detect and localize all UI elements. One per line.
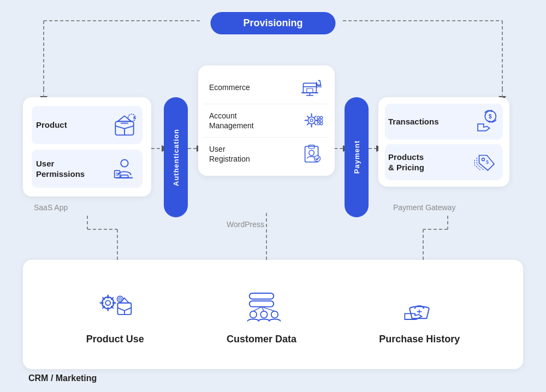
provisioning-label: Provisioning [243,17,302,28]
svg-rect-51 [321,120,323,122]
svg-point-65 [105,300,110,305]
svg-rect-49 [321,116,323,118]
auth-bar: Authentication [164,97,188,217]
svg-point-70 [118,298,121,300]
svg-rect-52 [317,123,319,125]
account-mgmt-label: AccountManagement [209,111,254,130]
permissions-icon [111,155,138,182]
payment-bar: Payment [345,97,369,217]
svg-rect-38 [303,83,316,93]
svg-rect-72 [250,301,274,307]
diagram-wrapper: Provisioning Product UserPermissions [0,0,546,392]
customer-data-icon [240,284,283,328]
saas-box: Product UserPermissions [23,97,151,197]
svg-point-32 [121,159,128,167]
svg-marker-28 [118,116,132,121]
svg-point-75 [271,311,278,317]
auth-label: Authentication [172,129,180,186]
svg-line-76 [253,306,262,311]
product-label: Product [36,120,67,130]
product-use-label: Product Use [86,334,144,345]
pricing-item: Products& Pricing $ [385,144,503,180]
registration-icon [300,142,324,166]
svg-point-62 [482,158,485,161]
account-mgmt-icon [300,109,324,133]
ecommerce-label: Ecommerce [209,82,250,92]
account-mgmt-item: AccountManagement [204,104,329,138]
customer-data-item: Customer Data [227,284,296,345]
svg-point-74 [260,311,267,317]
svg-text:$: $ [489,114,492,120]
permissions-item: UserPermissions [32,150,143,188]
wordpress-box: Ecommerce AccountManagement [198,66,335,176]
gateway-box: Transactions $ Products& Pricing [378,97,509,187]
payment-label: Payment [353,140,361,174]
transactions-label: Transactions [388,116,439,127]
product-use-item: Product Use [86,284,144,345]
pricing-label: Products& Pricing [388,152,424,173]
crm-label: CRM / Marketing [28,373,97,383]
permissions-label: UserPermissions [36,158,85,180]
user-reg-label: UserRegistration [209,144,250,164]
purchase-history-icon [397,284,441,328]
svg-point-56 [309,150,314,156]
svg-rect-48 [317,116,319,118]
svg-rect-71 [250,293,274,299]
wordpress-label: WordPress [227,220,264,229]
svg-rect-35 [115,170,120,177]
svg-point-44 [317,85,318,87]
pricing-icon: $ [472,149,500,176]
svg-point-47 [310,119,313,122]
svg-point-69 [117,296,123,302]
purchase-history-label: Purchase History [379,334,460,345]
saas-label: SaaS App [34,203,68,212]
transactions-item: Transactions $ [385,104,503,140]
svg-point-57 [314,156,320,162]
customer-data-label: Customer Data [227,334,296,345]
provisioning-button[interactable]: Provisioning [210,12,335,34]
svg-text:$: $ [486,159,489,165]
gateway-label: Payment Gateway [393,203,455,212]
user-reg-item: UserRegistration [204,138,329,170]
transactions-icon: $ [472,108,500,135]
purchase-history-item: Purchase History [379,284,460,345]
crm-box: Product Use Customer Data [23,260,523,369]
svg-point-73 [250,311,257,317]
product-use-icon [93,284,137,328]
svg-rect-40 [307,88,313,93]
svg-rect-53 [321,123,323,125]
svg-point-45 [319,85,321,87]
box-icon [111,111,138,139]
ecommerce-icon [300,75,324,99]
product-item: Product [32,106,143,144]
ecommerce-item: Ecommerce [204,71,329,104]
